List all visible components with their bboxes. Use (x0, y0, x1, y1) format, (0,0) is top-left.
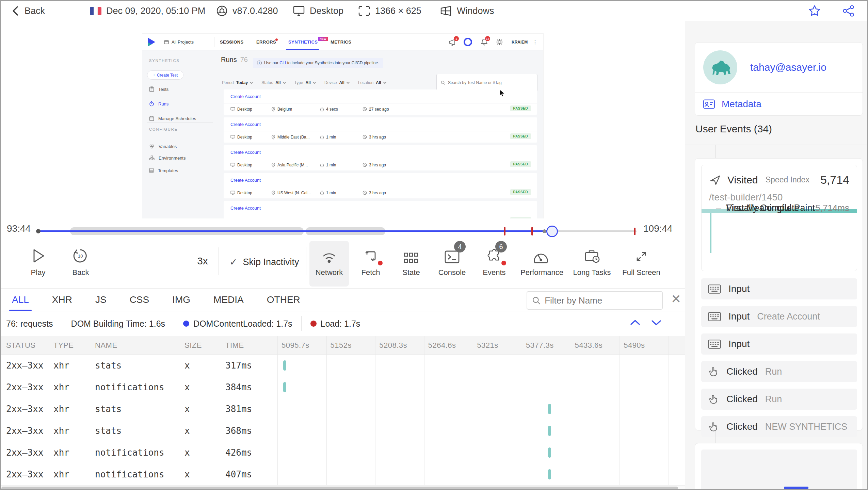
network-request-row[interactable]: 2xx–3xx xhr notifications x 426ms (1, 442, 685, 463)
full-screen-button[interactable]: Full Screen (621, 246, 662, 277)
filter-dropdown[interactable]: Location All (358, 80, 386, 85)
filter-dropdown[interactable]: Status All (261, 80, 285, 85)
sidebar-item-templates[interactable]: Templates (149, 167, 178, 174)
sidebar-item-manage-schedules[interactable]: Manage Schedules (149, 115, 196, 122)
tab-other[interactable]: OTHER (267, 289, 300, 311)
back-10s-button[interactable]: 10 Back (60, 246, 101, 277)
user-event-item[interactable]: Clicked NEW SYNTHETICS (701, 416, 857, 437)
expand-icon (621, 246, 662, 264)
timeline-scrubber-knob[interactable] (546, 226, 558, 237)
performance-panel-button[interactable]: Performance (520, 246, 561, 277)
run-card[interactable]: Create Account Desktop Asia Pacific (M..… (224, 145, 537, 170)
run-card-title[interactable]: Create Account (224, 89, 537, 103)
close-panel-button[interactable]: ✕ (669, 292, 684, 306)
run-card[interactable]: Create Account Desktop Canada (Centra... (224, 201, 537, 218)
run-card-title[interactable]: Create Account (224, 201, 537, 215)
tab-img[interactable]: IMG (172, 289, 190, 311)
speed-toggle[interactable]: 3x (191, 255, 214, 267)
network-request-row[interactable]: 2xx–3xx xhr notifications x 384ms (1, 376, 685, 398)
network-request-row[interactable]: 2xx–3xx xhr stats x 317ms (1, 355, 685, 376)
timeline-error-marker[interactable] (504, 227, 505, 235)
filter-dropdown[interactable]: Device All (324, 80, 349, 85)
run-device: Desktop (237, 191, 252, 195)
cli-link[interactable]: CLI (279, 61, 286, 65)
network-request-row[interactable]: 2xx–3xx xhr stats x 368ms (1, 420, 685, 442)
timeline-error-marker[interactable] (531, 227, 533, 235)
sidebar-item-environments[interactable]: Environments (149, 154, 186, 161)
monitor-icon (230, 107, 235, 111)
request-timing-mark (548, 426, 551, 436)
network-table-header: STATUS TYPE NAME SIZE TIME 5095.7s5152s5… (1, 336, 685, 355)
keyboard-icon (708, 284, 721, 294)
user-event-item[interactable]: Clicked Run (701, 361, 857, 382)
scrollbar-thumb[interactable] (1, 487, 678, 490)
requests-count: 76: requests (1, 316, 62, 331)
back-button[interactable]: Back (11, 1, 45, 21)
user-event-item[interactable]: Input (701, 278, 857, 299)
os-label: Windows (457, 6, 494, 16)
tab-all[interactable]: ALL (12, 289, 29, 311)
user-event-item[interactable] (701, 450, 857, 490)
network-panel-button[interactable]: Network (309, 246, 350, 277)
avatar (703, 50, 737, 84)
wifi-icon (309, 246, 350, 264)
share-icon[interactable] (842, 4, 855, 17)
app-tab-synthetics[interactable]: SYNTHETICS (288, 34, 318, 50)
long-tasks-panel-button[interactable]: Long Tasks (572, 246, 612, 277)
request-size: x (184, 447, 190, 458)
prev-chevron-up-icon[interactable] (629, 317, 641, 328)
next-chevron-down-icon[interactable] (650, 317, 662, 328)
monitor-icon (230, 135, 235, 139)
gear-icon[interactable] (496, 38, 503, 46)
sidebar-scrollbar-thumb[interactable] (784, 487, 808, 489)
events-panel-button[interactable]: Events (474, 246, 515, 277)
test-search-input[interactable] (448, 80, 533, 85)
play-button[interactable]: Play (18, 246, 59, 277)
user-event-item[interactable]: Input Create Account (701, 306, 857, 327)
kebab-menu-icon[interactable]: ⋮ (532, 34, 538, 50)
run-card[interactable]: Create Account Desktop Belgium (224, 89, 537, 115)
run-card-title[interactable]: Create Account (224, 173, 537, 187)
user-event-item[interactable]: Clicked Run (701, 389, 857, 410)
filter-by-name-box[interactable] (527, 291, 663, 310)
horizontal-scrollbar[interactable] (1, 485, 685, 490)
run-card[interactable]: Create Account Desktop US West (N. Cal..… (224, 173, 537, 198)
app-tab-errors[interactable]: ERRORS (256, 34, 276, 50)
skip-inactivity-toggle[interactable]: ✓ Skip Inactivity (229, 257, 299, 268)
create-test-button[interactable]: + Create Test (147, 70, 183, 80)
event-type: Input (728, 283, 750, 294)
metadata-button[interactable]: Metadata (695, 92, 863, 115)
timeline-error-marker[interactable] (634, 228, 636, 235)
app-user-menu[interactable]: KRAIEM (512, 34, 528, 50)
console-panel-button[interactable]: Console (432, 246, 472, 277)
tab-xhr[interactable]: XHR (52, 289, 72, 311)
sidebar-item-runs[interactable]: Runs (149, 100, 168, 107)
state-panel-button[interactable]: State (391, 246, 432, 277)
monitor-icon (230, 191, 235, 195)
filter-by-name-input[interactable] (545, 295, 657, 306)
fetch-loop-icon (350, 246, 391, 264)
run-card-title[interactable]: Create Account (224, 117, 537, 131)
visited-event-card[interactable]: Visited Speed Index 5,714 /test-builder/… (701, 165, 857, 271)
run-duration: 1 min (326, 135, 336, 140)
app-tab-sessions[interactable]: SESSIONS (220, 34, 244, 50)
test-search-box[interactable] (436, 74, 537, 92)
filter-dropdown[interactable]: Type All (294, 80, 316, 85)
run-card[interactable]: Create Account Desktop Middle East (Ba..… (224, 117, 537, 143)
app-tab-metrics[interactable]: METRICS (331, 34, 351, 50)
sidebar-item-variables[interactable]: Variables (149, 143, 177, 150)
fetch-panel-button[interactable]: Fetch (350, 246, 391, 277)
run-card-title[interactable]: Create Account (224, 145, 537, 159)
sidebar-item-tests[interactable]: Tests (149, 86, 168, 93)
briefcase-clock-icon (572, 246, 612, 264)
run-ago: 3 hrs ago (369, 135, 386, 140)
tab-media[interactable]: MEDIA (213, 289, 244, 311)
favorite-star-icon[interactable] (808, 4, 821, 17)
network-request-row[interactable]: 2xx–3xx xhr notifications x 407ms (1, 463, 685, 485)
filter-dropdown[interactable]: Period Today (222, 80, 253, 85)
user-event-item[interactable]: Input (701, 333, 857, 355)
tab-css[interactable]: CSS (130, 289, 149, 311)
network-request-row[interactable]: 2xx–3xx xhr stats x 381ms (1, 398, 685, 420)
user-email-link[interactable]: tahay@asayer.io (750, 62, 826, 73)
tab-js[interactable]: JS (95, 289, 107, 311)
